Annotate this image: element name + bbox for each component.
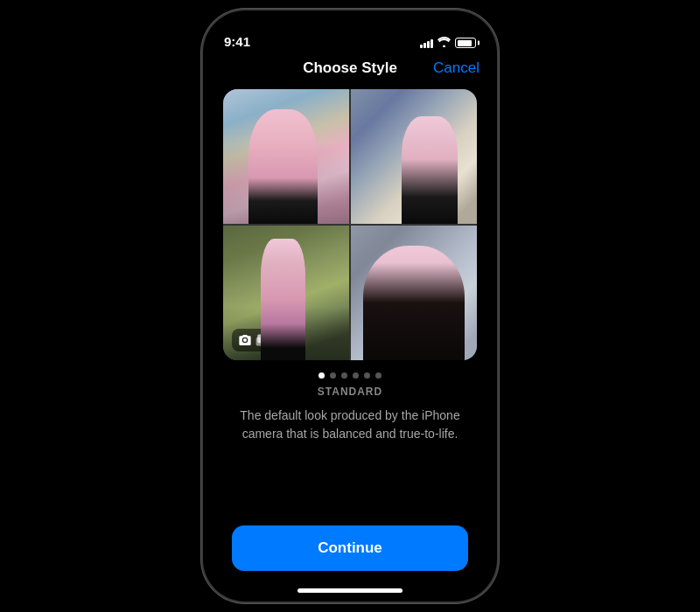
dot-5[interactable] <box>364 372 370 379</box>
dot-3[interactable] <box>341 372 347 379</box>
camera-icon <box>238 333 252 347</box>
nav-bar: Choose Style Cancel <box>203 56 497 86</box>
dot-4[interactable] <box>353 372 359 379</box>
photo-cell-4 <box>351 226 477 360</box>
dynamic-island <box>302 21 398 49</box>
phone-frame: 9:41 <box>201 9 499 603</box>
wifi-icon <box>438 37 451 49</box>
dot-1[interactable] <box>318 372 325 379</box>
page-dots <box>318 372 382 379</box>
signal-icon <box>420 38 433 48</box>
phone-screen: 9:41 <box>203 10 497 602</box>
dot-2[interactable] <box>330 372 336 379</box>
svg-rect-2 <box>257 335 267 344</box>
stack-icon <box>255 333 269 347</box>
svg-point-0 <box>243 338 247 342</box>
cancel-button[interactable]: Cancel <box>433 59 480 77</box>
style-name: STANDARD <box>318 386 382 398</box>
photo-cell-3 <box>223 226 349 360</box>
battery-icon <box>455 38 476 48</box>
status-time: 9:41 <box>224 34 250 49</box>
home-indicator <box>298 588 402 593</box>
photo-grid <box>223 89 477 360</box>
dot-6[interactable] <box>375 372 382 379</box>
photo-cell-1 <box>223 89 349 224</box>
continue-button[interactable]: Continue <box>232 525 468 571</box>
status-icons <box>420 37 476 49</box>
style-description: The default look produced by the iPhone … <box>203 407 497 443</box>
camera-overlay <box>232 329 275 351</box>
main-content: STANDARD The default look produced by th… <box>203 86 497 602</box>
nav-title: Choose Style <box>303 59 397 77</box>
photo-cell-2 <box>351 89 477 224</box>
